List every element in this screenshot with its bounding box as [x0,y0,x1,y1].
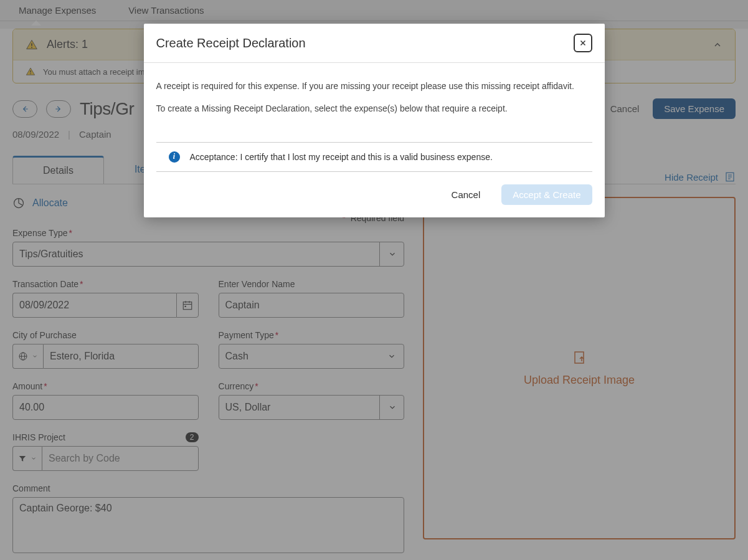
receipt-declaration-modal: Create Receipt Declaration A receipt is … [144,24,605,217]
accept-create-button[interactable]: Accept & Create [501,184,592,205]
modal-line2: To create a Missing Receipt Declaration,… [156,102,592,115]
acceptance-text: Acceptance: I certify that I lost my rec… [190,152,493,162]
close-button[interactable] [574,34,592,52]
close-icon [579,39,587,47]
modal-title: Create Receipt Declaration [156,36,306,50]
modal-cancel-button[interactable]: Cancel [440,184,492,205]
modal-overlay: Create Receipt Declaration A receipt is … [0,0,748,560]
info-icon: i [169,151,180,163]
modal-line1: A receipt is required for this expense. … [156,79,592,93]
